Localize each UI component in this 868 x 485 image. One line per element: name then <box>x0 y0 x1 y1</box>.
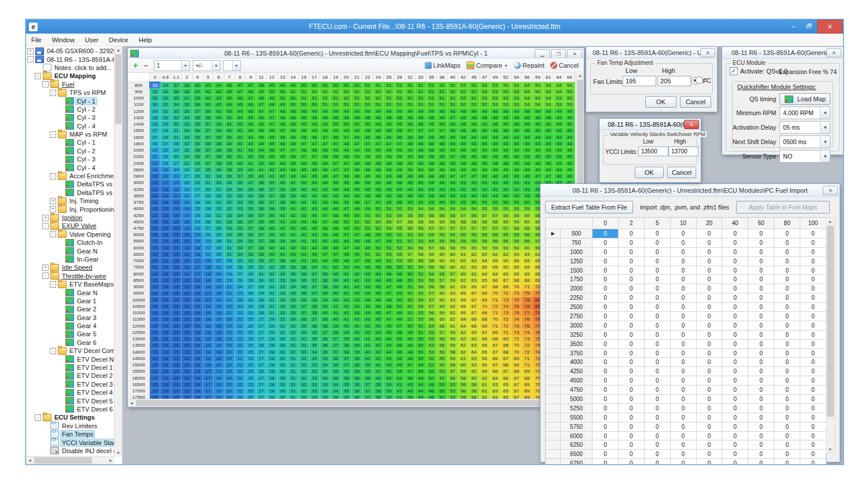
fuel-map-cell[interactable]: 49 <box>373 147 384 153</box>
fuel-map-cell[interactable]: 38 <box>278 199 288 205</box>
fuel-map-cell[interactable]: 15 <box>182 362 192 369</box>
fuel-map-cell[interactable]: 56 <box>426 212 437 219</box>
fuel-map-cell[interactable]: 30 <box>278 388 288 395</box>
fuel-map-cell[interactable]: 40 <box>320 310 330 317</box>
fuel-map-cell[interactable]: 16 <box>193 291 203 297</box>
fuel-map-cell[interactable]: 28 <box>256 303 267 310</box>
fuel-map-cell[interactable]: 37 <box>310 317 320 323</box>
fuel-map-cell[interactable]: 48 <box>522 160 532 167</box>
fuel-map-cell[interactable]: 43 <box>256 154 267 160</box>
fuel-map-cell[interactable]: 15 <box>171 245 182 251</box>
fuel-map-cell[interactable]: 41 <box>278 251 288 258</box>
fuel-map-cell[interactable]: 48 <box>395 271 405 277</box>
fuel-map-cell[interactable]: 15 <box>150 186 160 193</box>
fuel-map-cell[interactable]: 15 <box>182 329 192 336</box>
fuel-map-cell[interactable]: 46 <box>395 336 405 343</box>
fuel-map-cell[interactable]: 63 <box>469 258 479 264</box>
fuel-map-cell[interactable]: 57 <box>426 245 437 251</box>
pcf-cell[interactable]: 0 <box>748 275 774 284</box>
fuel-map-cell[interactable]: 69 <box>512 362 522 369</box>
fuel-map-cell[interactable]: 49 <box>395 108 405 115</box>
fuel-map-cell[interactable]: 47 <box>458 173 469 179</box>
fuel-map-cell[interactable]: 45 <box>256 128 267 134</box>
fuel-map-cell[interactable]: 46 <box>352 180 362 186</box>
expand-icon[interactable]: + <box>50 206 56 212</box>
fuel-map-cell[interactable]: 25 <box>193 212 203 219</box>
fuel-map-cell[interactable]: 37 <box>171 82 182 89</box>
fuel-map-cell[interactable]: 68 <box>501 362 511 369</box>
fuel-map-cell[interactable]: 38 <box>214 160 224 167</box>
pcf-cell[interactable]: 0 <box>774 238 800 248</box>
fuel-map-cell[interactable]: 38 <box>352 362 362 369</box>
collapse-icon[interactable]: - <box>35 73 41 79</box>
pcf-cell[interactable]: 0 <box>800 459 826 464</box>
fuel-map-cell[interactable]: 47 <box>299 154 309 160</box>
fuel-map-cell[interactable]: 43 <box>310 206 320 212</box>
fuel-map-cell[interactable]: 18 <box>214 323 224 329</box>
fuel-map-cell[interactable]: 48 <box>278 108 288 115</box>
fuel-map-cell[interactable]: 27 <box>256 381 267 388</box>
fuel-map-cell[interactable]: 37 <box>310 291 320 297</box>
fuel-map-cell[interactable]: 39 <box>214 128 224 134</box>
fuel-map-cell[interactable]: 69 <box>480 297 490 303</box>
fuel-map-cell[interactable]: 50 <box>330 121 341 127</box>
fuel-map-cell[interactable]: 19 <box>150 160 160 167</box>
fuel-map-cell[interactable]: 37 <box>203 128 214 134</box>
pcf-cell[interactable]: 0 <box>619 330 645 340</box>
fuel-map-cell[interactable]: 42 <box>490 186 501 193</box>
fuel-map-cell[interactable]: 54 <box>405 245 415 251</box>
pcf-cell[interactable]: 0 <box>671 440 697 450</box>
fuel-map-cell[interactable]: 58 <box>469 219 479 225</box>
fuel-map-cell[interactable]: 45 <box>543 154 554 160</box>
fuel-map-cell[interactable]: 15 <box>150 362 160 369</box>
fuel-map-cell[interactable]: 63 <box>469 355 479 362</box>
fuel-map-cell[interactable]: 35 <box>245 199 256 205</box>
fuel-map-cell[interactable]: 47 <box>448 154 458 160</box>
fuel-map-cell[interactable]: 54 <box>512 82 522 89</box>
fuel-map-cell[interactable]: 21 <box>171 173 182 179</box>
fuel-map-cell[interactable]: 18 <box>203 310 214 317</box>
fuel-map-cell[interactable]: 37 <box>235 173 245 179</box>
fuel-map-cell[interactable]: 56 <box>458 381 469 388</box>
fuel-map-cell[interactable]: 37 <box>203 154 214 160</box>
fuel-map-cell[interactable]: 54 <box>522 82 532 89</box>
fuel-map-cell[interactable]: 29 <box>245 271 256 277</box>
fuel-map-cell[interactable]: 49 <box>543 108 554 115</box>
scrollbar-thumb[interactable] <box>827 226 834 417</box>
fuel-map-cell[interactable]: 40 <box>363 355 373 362</box>
fuel-map-cell[interactable]: 76 <box>522 323 532 329</box>
pcf-column-header[interactable]: 80 <box>774 218 800 229</box>
fuel-map-row-header[interactable]: 5000 <box>128 232 150 238</box>
fuel-map-cell[interactable]: 27 <box>203 225 214 232</box>
fuel-map-cell[interactable]: 49 <box>458 167 469 173</box>
fuel-map-cell[interactable]: 49 <box>415 362 426 369</box>
fuel-map-cell[interactable]: 45 <box>458 141 469 147</box>
fuel-map-cell[interactable]: 44 <box>330 199 341 205</box>
fuel-map-cell[interactable]: 27 <box>245 284 256 291</box>
fuel-map-cell[interactable]: 45 <box>310 173 320 179</box>
fuel-map-cell[interactable]: 48 <box>352 167 362 173</box>
fuel-map-cell[interactable]: 39 <box>341 336 352 343</box>
fuel-map-cell[interactable]: 54 <box>543 82 554 89</box>
fuel-map-column-header[interactable]: 35 <box>426 73 437 82</box>
fuel-map-cell[interactable]: 48 <box>415 173 426 179</box>
fuel-map-cell[interactable]: 48 <box>352 206 362 212</box>
fuel-map-cell[interactable]: 49 <box>480 147 490 153</box>
fuel-map-cell[interactable]: 63 <box>469 343 479 349</box>
fuel-map-cell[interactable]: 48 <box>299 108 309 115</box>
pcf-cell[interactable]: 0 <box>593 257 619 266</box>
scrollbar-thumb[interactable] <box>34 457 92 464</box>
chevron-down-icon[interactable]: ▼ <box>820 107 830 119</box>
fuel-map-cell[interactable]: 46 <box>278 134 288 141</box>
pcf-row-header[interactable]: 6000 <box>561 432 593 441</box>
fuel-map-cell[interactable]: 48 <box>415 115 426 121</box>
fuel-map-cell[interactable]: 37 <box>299 310 309 317</box>
fuel-map-cell[interactable]: 45 <box>267 154 277 160</box>
pcf-cell[interactable]: 0 <box>800 312 826 321</box>
pcf-cell[interactable]: 0 <box>593 349 619 358</box>
fuel-map-cell[interactable]: 41 <box>330 310 341 317</box>
fuel-map-cell[interactable]: 15 <box>150 232 160 238</box>
fuel-map-cell[interactable]: 49 <box>522 147 532 153</box>
fuel-map-cell[interactable]: 52 <box>330 89 341 95</box>
fuel-map-cell[interactable]: 46 <box>565 128 575 134</box>
